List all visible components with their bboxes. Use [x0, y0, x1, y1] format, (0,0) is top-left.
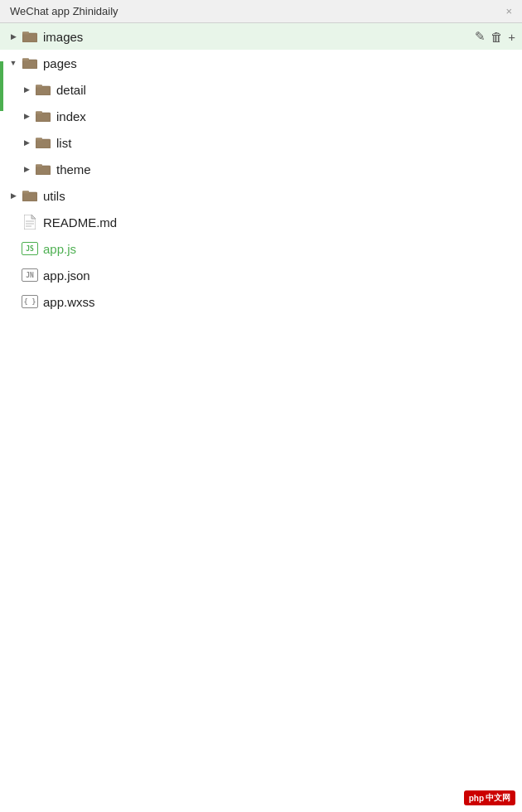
tree-item-index[interactable]: index — [0, 103, 522, 129]
svg-rect-27 — [36, 166, 51, 175]
folder-icon — [35, 109, 51, 123]
tree-item-readme[interactable]: README.md — [0, 209, 522, 235]
item-label: pages — [43, 56, 515, 70]
item-label: detail — [56, 83, 515, 97]
css-badge-icon: { } — [22, 295, 38, 308]
js-badge-icon: JS — [22, 242, 38, 255]
tree-item-appjs[interactable]: JS app.js — [0, 235, 522, 262]
chevron-right-icon — [7, 30, 20, 43]
svg-rect-22 — [36, 139, 51, 148]
php-cn-text: 中文网 — [486, 792, 510, 804]
svg-rect-17 — [36, 113, 51, 122]
svg-rect-9 — [22, 59, 29, 61]
item-label: list — [56, 136, 515, 150]
svg-rect-7 — [22, 60, 37, 69]
tree-item-utils[interactable]: utils — [0, 182, 522, 209]
item-label: theme — [56, 162, 515, 176]
doc-file-icon — [22, 215, 38, 229]
folder-icon — [22, 189, 38, 202]
php-badge: php 中文网 — [464, 790, 515, 805]
chevron-right-icon — [7, 189, 20, 202]
chevron-down-icon — [7, 56, 20, 70]
tree-item-appjson[interactable]: JN app.json — [0, 262, 522, 288]
tree-item-theme[interactable]: theme — [0, 156, 522, 182]
item-label: app.js — [43, 242, 515, 256]
close-icon[interactable]: × — [505, 5, 512, 17]
folder-icon — [35, 162, 51, 176]
svg-rect-14 — [36, 85, 42, 88]
tree-item-list[interactable]: list — [0, 129, 522, 156]
svg-rect-4 — [22, 32, 29, 35]
svg-rect-29 — [36, 165, 42, 167]
svg-rect-32 — [22, 192, 37, 201]
item-label: index — [56, 109, 515, 123]
item-label: README.md — [43, 215, 515, 230]
chevron-right-icon — [20, 83, 33, 96]
item-actions: ✎ 🗑 + — [475, 29, 515, 44]
title-text: WeChat app Zhinidaily — [10, 5, 118, 17]
item-label: images — [43, 30, 475, 44]
svg-rect-12 — [36, 86, 51, 95]
edit-icon[interactable]: ✎ — [475, 29, 486, 44]
title-bar: WeChat app Zhinidaily × — [0, 0, 522, 23]
php-icon-text: php — [469, 794, 484, 803]
folder-icon — [35, 83, 51, 96]
folder-icon — [22, 30, 38, 43]
tree-item-pages[interactable]: pages — [0, 50, 522, 76]
item-label: app.json — [43, 268, 515, 283]
item-label: utils — [43, 189, 515, 203]
svg-rect-34 — [22, 191, 29, 194]
tree-item-images[interactable]: images ✎ 🗑 + — [0, 23, 522, 50]
svg-rect-19 — [36, 112, 42, 114]
chevron-right-icon — [20, 136, 33, 149]
chevron-right-icon — [20, 162, 33, 176]
sidebar: images ✎ 🗑 + pages — [0, 23, 522, 812]
delete-icon[interactable]: 🗑 — [491, 30, 503, 44]
add-icon[interactable]: + — [508, 30, 515, 44]
item-label: app.wxss — [43, 295, 515, 309]
tree-item-detail[interactable]: detail — [0, 76, 522, 103]
svg-rect-2 — [22, 33, 37, 42]
folder-icon — [22, 56, 38, 70]
jn-badge-icon: JN — [22, 268, 38, 282]
tree-item-appwxss[interactable]: { } app.wxss — [0, 288, 522, 315]
svg-rect-24 — [36, 138, 42, 141]
folder-icon — [35, 136, 51, 149]
chevron-right-icon — [20, 109, 33, 123]
